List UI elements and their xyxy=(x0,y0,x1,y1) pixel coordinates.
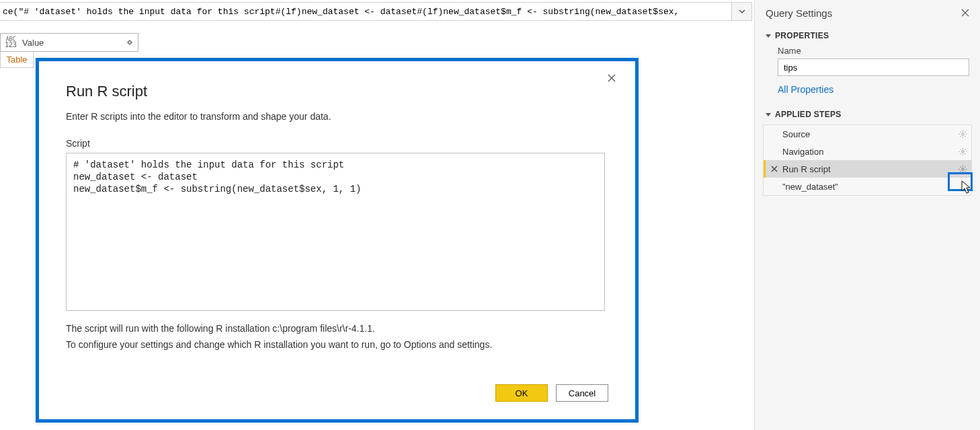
applied-steps-list: Source Navigation Run R script "new_data… xyxy=(763,124,972,196)
delete-step-button[interactable] xyxy=(771,166,778,172)
expand-column-button[interactable] xyxy=(124,37,135,48)
formula-text[interactable]: ce("# 'dataset' holds the input data for… xyxy=(0,7,731,17)
step-settings-button[interactable] xyxy=(958,165,967,174)
column-header-value[interactable]: ABC123 Value xyxy=(0,33,138,52)
applied-steps-label: APPLIED STEPS xyxy=(775,110,842,119)
formula-dropdown-button[interactable] xyxy=(731,3,751,20)
step-new-dataset[interactable]: "new_dataset" xyxy=(764,178,971,195)
dialog-subtitle: Enter R scripts into the editor to trans… xyxy=(66,111,608,122)
step-label: Source xyxy=(782,129,810,139)
all-properties-link[interactable]: All Properties xyxy=(755,83,980,104)
pane-title: Query Settings xyxy=(766,7,832,19)
step-label: "new_dataset" xyxy=(782,182,838,192)
properties-section-header[interactable]: PROPERTIES xyxy=(755,26,980,44)
properties-section-label: PROPERTIES xyxy=(775,31,829,40)
triangle-icon xyxy=(766,34,771,38)
step-settings-button[interactable] xyxy=(958,147,967,156)
expand-icon xyxy=(125,38,134,47)
cancel-button[interactable]: Cancel xyxy=(556,384,608,402)
r-install-path: The script will run with the following R… xyxy=(66,320,608,336)
r-install-note: The script will run with the following R… xyxy=(66,320,608,353)
query-settings-pane: Query Settings PROPERTIES Name All Prope… xyxy=(754,0,980,430)
dialog-title: Run R script xyxy=(66,83,608,100)
gear-icon xyxy=(958,165,967,174)
formula-bar[interactable]: ce("# 'dataset' holds the input data for… xyxy=(0,2,752,21)
dialog-close-button[interactable] xyxy=(607,73,616,83)
name-label: Name xyxy=(755,44,980,59)
close-icon xyxy=(771,166,778,172)
close-icon xyxy=(961,9,969,17)
step-navigation[interactable]: Navigation xyxy=(764,143,971,160)
gear-icon xyxy=(958,147,967,156)
gear-icon xyxy=(958,130,967,139)
type-icon: ABC123 xyxy=(5,37,17,48)
step-run-r-script[interactable]: Run R script xyxy=(764,160,971,178)
ok-button[interactable]: OK xyxy=(495,384,548,402)
step-label: Navigation xyxy=(782,147,823,157)
chevron-down-icon xyxy=(738,7,746,15)
query-name-input[interactable] xyxy=(778,59,969,76)
applied-steps-section-header[interactable]: APPLIED STEPS xyxy=(755,104,980,123)
svg-point-0 xyxy=(962,133,964,135)
svg-point-2 xyxy=(962,168,964,170)
close-icon xyxy=(607,73,616,83)
triangle-icon xyxy=(766,113,771,116)
column-header-label: Value xyxy=(22,38,44,48)
step-source[interactable]: Source xyxy=(764,125,971,143)
row-value[interactable]: Table xyxy=(0,52,34,68)
script-textarea[interactable] xyxy=(66,153,605,311)
svg-point-1 xyxy=(962,150,964,152)
close-pane-button[interactable] xyxy=(961,9,969,17)
run-r-script-dialog: Run R script Enter R scripts into the ed… xyxy=(36,58,639,423)
script-field-label: Script xyxy=(66,138,608,149)
step-label: Run R script xyxy=(782,164,831,174)
r-settings-hint: To configure your settings and change wh… xyxy=(66,336,608,353)
step-settings-button[interactable] xyxy=(958,130,967,139)
